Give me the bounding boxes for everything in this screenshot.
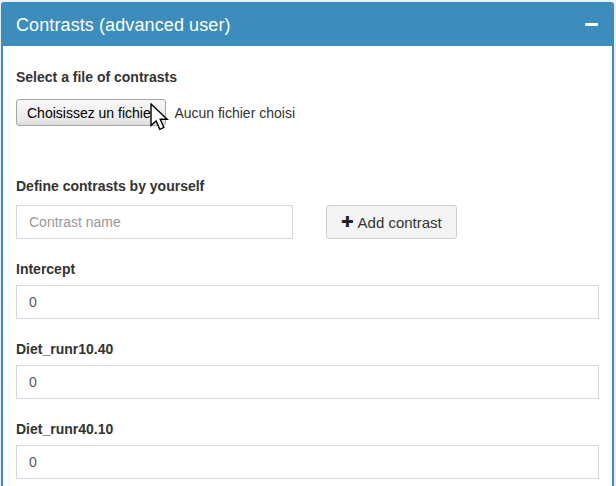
file-status-text: Aucun fichier choisi (174, 105, 295, 121)
plus-icon: ✚ (341, 213, 354, 231)
minus-icon (585, 23, 598, 26)
panel-title: Contrasts (advanced user) (16, 15, 231, 36)
contrast-field-label: Diet_runr40.10 (16, 421, 599, 438)
contrast-field-label: Intercept (16, 261, 599, 278)
contrast-name-input[interactable] (16, 205, 293, 239)
add-contrast-button[interactable]: ✚ Add contrast (326, 205, 457, 239)
file-input: Choisissez un fichier Aucun fichier choi… (16, 99, 599, 126)
contrast-value-input-diet-runr40-10[interactable] (16, 445, 599, 479)
contrast-field-label: Diet_runr10.40 (16, 341, 599, 358)
file-section-label: Select a file of contrasts (16, 69, 599, 86)
contrasts-panel: Contrasts (advanced user) Select a file … (1, 2, 614, 486)
add-contrast-label: Add contrast (358, 214, 442, 231)
contrast-value-input-intercept[interactable] (16, 285, 599, 319)
contrast-field-intercept: Intercept (16, 261, 599, 319)
collapse-button[interactable] (578, 11, 604, 37)
contrast-field-diet-runr10-40: Diet_runr10.40 (16, 341, 599, 399)
panel-header: Contrasts (advanced user) (3, 4, 612, 46)
contrast-value-input-diet-runr10-40[interactable] (16, 365, 599, 399)
choose-file-button[interactable]: Choisissez un fichier (16, 99, 166, 126)
contrast-field-diet-runr40-10: Diet_runr40.10 (16, 421, 599, 479)
define-section-label: Define contrasts by yourself (16, 178, 599, 195)
define-contrast-row: ✚ Add contrast (16, 205, 599, 239)
panel-body: Select a file of contrasts Choisissez un… (3, 46, 612, 486)
